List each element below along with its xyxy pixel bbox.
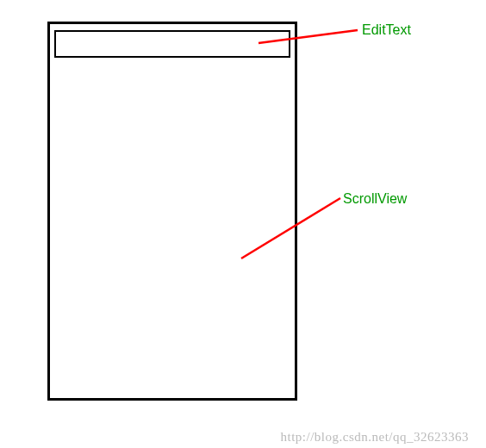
label-scrollview: ScrollView — [343, 191, 407, 207]
label-edittext: EditText — [362, 22, 411, 38]
scrollview-box — [47, 22, 297, 401]
watermark-text: http://blog.csdn.net/qq_32623363 — [281, 430, 470, 445]
diagram-canvas: EditText ScrollView http://blog.csdn.net… — [0, 0, 486, 448]
edittext-box — [54, 30, 290, 58]
